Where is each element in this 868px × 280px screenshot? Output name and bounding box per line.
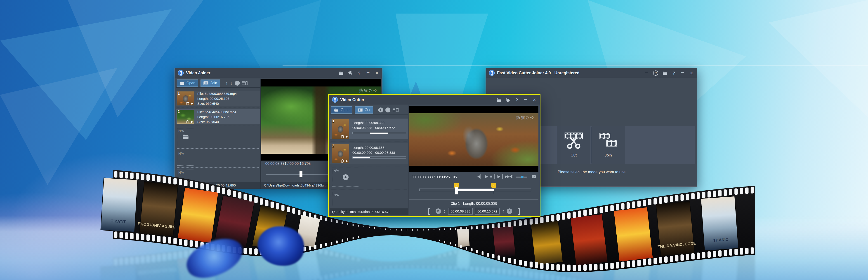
video-thumbnail: 1 [332,119,349,139]
clip-range-fill [370,133,388,134]
help-icon[interactable] [515,98,519,102]
play-icon[interactable] [346,135,348,138]
timeline-thumb[interactable] [455,187,458,195]
clip-length: Length: 00:00:08.339 [352,120,395,125]
add-clip-icon[interactable] [378,107,383,112]
previous-frame-icon[interactable] [477,175,483,178]
stop-icon[interactable] [490,175,492,178]
list-separator [331,141,407,141]
speaker-icon[interactable] [509,175,514,179]
list-separator [331,166,407,166]
volume-slider[interactable] [516,177,527,177]
volume-dot[interactable] [521,176,524,178]
add-clip-icon[interactable] [343,174,348,180]
clear-list-icon[interactable] [393,107,399,112]
video-frame [409,113,538,166]
empty-slot-label: N/A [333,193,339,197]
app-icon [332,97,338,103]
clip-list: 1 Length: 00:00:08.339 00:00:08.338 - 00… [330,115,408,208]
empty-slot[interactable]: N/A [332,168,359,187]
open-label: Open [341,108,349,112]
toolbar: Open Cut [330,105,408,114]
clip-number: 2 [332,144,334,148]
clip-range-bar [352,132,406,134]
start-time-input[interactable] [448,208,473,214]
start-time-stepper[interactable] [443,209,446,213]
cut-end-handle[interactable] [491,183,496,188]
clip-item[interactable]: 2 Length: 00:00:08.338 00:00:00.000 - 00… [330,143,408,164]
open-button[interactable]: Open [331,106,352,113]
play-icon[interactable] [485,175,488,178]
end-time-input[interactable] [475,208,500,214]
play-icon[interactable] [346,159,348,163]
clip-number: 1 [332,119,334,123]
trash-icon[interactable] [341,159,344,163]
clip-item[interactable]: 1 Length: 00:00:08.339 00:00:08.338 - 00… [330,118,408,139]
video-thumbnail: 2 [332,144,349,163]
empty-slot[interactable]: N/A [332,192,359,206]
timeline-selection [456,189,493,191]
cut-button[interactable]: Cut [355,106,373,113]
fast-forward-icon[interactable] [502,175,509,178]
minimize-icon[interactable] [523,97,528,102]
video-watermark: 熊猫办公 [516,115,534,120]
section-divider [409,199,538,200]
folder-icon [334,108,339,112]
titlebar[interactable]: Video Cutter [329,95,540,105]
current-clip-label: Clip 1 - Length: 00:00:08.339 [409,202,538,206]
desktop: Fast Video Cutter Joiner 4.9 - Unregiste… [0,0,868,280]
end-button[interactable] [507,208,512,214]
clip-range: 00:00:00.000 - 00:00:08.338 [352,150,395,155]
set-end-bracket-button[interactable] [518,208,520,214]
remove-clip-icon[interactable] [385,107,391,112]
window-title: Video Cutter [340,98,364,102]
trash-icon[interactable] [341,135,344,138]
film-icon [358,108,363,112]
playback-time: 00:00:08.338 / 00:00:25.105 [412,175,457,179]
status-duration: Quantity 2. Total duration 00:00:16.672 [330,208,408,215]
set-start-bracket-button[interactable] [428,208,430,214]
close-icon[interactable] [532,97,537,103]
begin-button[interactable] [436,208,441,214]
end-time-stepper[interactable] [502,209,504,213]
folder-icon[interactable] [496,98,501,102]
empty-slot-label: N/A [333,169,339,173]
clip-range-bar [352,156,406,159]
clip-range: 00:00:08.338 - 00:00:16.672 [352,125,395,130]
clip-length: Length: 00:00:08.338 [352,145,395,150]
gear-icon[interactable] [505,98,510,102]
window-video-cutter: Video Cutter Open Cut [328,94,540,217]
next-frame-icon[interactable] [495,175,500,178]
video-preview: 熊猫办公 [409,106,538,172]
clip-range-fill [352,157,370,158]
cut-label: Cut [365,108,370,112]
cut-timeline[interactable] [419,183,531,196]
snapshot-camera-icon[interactable] [531,175,536,179]
cut-start-handle[interactable] [454,183,459,188]
